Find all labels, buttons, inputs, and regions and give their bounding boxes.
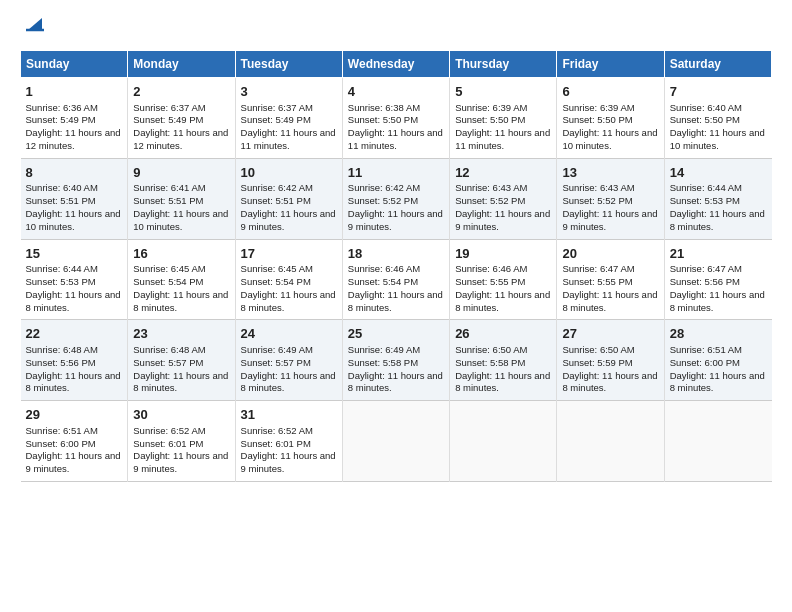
calendar-header-cell: Tuesday <box>235 51 342 78</box>
calendar-cell: 26Sunrise: 6:50 AMSunset: 5:58 PMDayligh… <box>450 320 557 401</box>
sunrise-text: Sunrise: 6:42 AM <box>241 182 337 195</box>
sunset-text: Sunset: 5:54 PM <box>241 276 337 289</box>
sunset-text: Sunset: 5:51 PM <box>133 195 229 208</box>
calendar-header-cell: Monday <box>128 51 235 78</box>
daylight-text: Daylight: 11 hours and 11 minutes. <box>348 127 444 153</box>
day-number: 13 <box>562 164 658 182</box>
calendar-cell: 24Sunrise: 6:49 AMSunset: 5:57 PMDayligh… <box>235 320 342 401</box>
sunset-text: Sunset: 5:53 PM <box>26 276 123 289</box>
day-number: 3 <box>241 83 337 101</box>
sunset-text: Sunset: 5:51 PM <box>26 195 123 208</box>
sunset-text: Sunset: 5:49 PM <box>26 114 123 127</box>
sunset-text: Sunset: 5:54 PM <box>133 276 229 289</box>
daylight-text: Daylight: 11 hours and 8 minutes. <box>26 289 123 315</box>
calendar-cell: 15Sunrise: 6:44 AMSunset: 5:53 PMDayligh… <box>21 239 128 320</box>
sunrise-text: Sunrise: 6:44 AM <box>670 182 767 195</box>
calendar-header-cell: Thursday <box>450 51 557 78</box>
sunset-text: Sunset: 5:55 PM <box>562 276 658 289</box>
sunset-text: Sunset: 5:52 PM <box>562 195 658 208</box>
sunset-text: Sunset: 6:00 PM <box>670 357 767 370</box>
day-number: 1 <box>26 83 123 101</box>
calendar-week-row: 8Sunrise: 6:40 AMSunset: 5:51 PMDaylight… <box>21 158 772 239</box>
calendar-cell: 6Sunrise: 6:39 AMSunset: 5:50 PMDaylight… <box>557 78 664 159</box>
calendar-cell <box>557 401 664 482</box>
logo-icon <box>24 12 46 34</box>
calendar-cell: 9Sunrise: 6:41 AMSunset: 5:51 PMDaylight… <box>128 158 235 239</box>
daylight-text: Daylight: 11 hours and 8 minutes. <box>670 208 767 234</box>
sunrise-text: Sunrise: 6:46 AM <box>455 263 551 276</box>
sunset-text: Sunset: 6:01 PM <box>241 438 337 451</box>
calendar-cell: 23Sunrise: 6:48 AMSunset: 5:57 PMDayligh… <box>128 320 235 401</box>
daylight-text: Daylight: 11 hours and 9 minutes. <box>562 208 658 234</box>
daylight-text: Daylight: 11 hours and 8 minutes. <box>562 370 658 396</box>
calendar-cell: 5Sunrise: 6:39 AMSunset: 5:50 PMDaylight… <box>450 78 557 159</box>
sunrise-text: Sunrise: 6:36 AM <box>26 102 123 115</box>
sunrise-text: Sunrise: 6:40 AM <box>670 102 767 115</box>
day-number: 4 <box>348 83 444 101</box>
daylight-text: Daylight: 11 hours and 8 minutes. <box>133 370 229 396</box>
daylight-text: Daylight: 11 hours and 8 minutes. <box>348 289 444 315</box>
calendar-cell <box>342 401 449 482</box>
calendar-cell: 8Sunrise: 6:40 AMSunset: 5:51 PMDaylight… <box>21 158 128 239</box>
calendar-cell: 29Sunrise: 6:51 AMSunset: 6:00 PMDayligh… <box>21 401 128 482</box>
sunrise-text: Sunrise: 6:42 AM <box>348 182 444 195</box>
calendar-cell <box>450 401 557 482</box>
day-number: 2 <box>133 83 229 101</box>
calendar-cell: 30Sunrise: 6:52 AMSunset: 6:01 PMDayligh… <box>128 401 235 482</box>
calendar-cell: 20Sunrise: 6:47 AMSunset: 5:55 PMDayligh… <box>557 239 664 320</box>
sunset-text: Sunset: 5:49 PM <box>241 114 337 127</box>
day-number: 18 <box>348 245 444 263</box>
calendar-cell: 4Sunrise: 6:38 AMSunset: 5:50 PMDaylight… <box>342 78 449 159</box>
day-number: 26 <box>455 325 551 343</box>
calendar-cell: 1Sunrise: 6:36 AMSunset: 5:49 PMDaylight… <box>21 78 128 159</box>
sunset-text: Sunset: 5:52 PM <box>348 195 444 208</box>
daylight-text: Daylight: 11 hours and 8 minutes. <box>562 289 658 315</box>
calendar-header-cell: Saturday <box>664 51 771 78</box>
day-number: 24 <box>241 325 337 343</box>
daylight-text: Daylight: 11 hours and 9 minutes. <box>133 450 229 476</box>
sunrise-text: Sunrise: 6:49 AM <box>348 344 444 357</box>
sunset-text: Sunset: 5:56 PM <box>26 357 123 370</box>
sunset-text: Sunset: 5:50 PM <box>348 114 444 127</box>
daylight-text: Daylight: 11 hours and 10 minutes. <box>562 127 658 153</box>
calendar-cell: 27Sunrise: 6:50 AMSunset: 5:59 PMDayligh… <box>557 320 664 401</box>
sunrise-text: Sunrise: 6:51 AM <box>26 425 123 438</box>
sunset-text: Sunset: 5:53 PM <box>670 195 767 208</box>
sunrise-text: Sunrise: 6:38 AM <box>348 102 444 115</box>
calendar-cell: 22Sunrise: 6:48 AMSunset: 5:56 PMDayligh… <box>21 320 128 401</box>
calendar-cell: 18Sunrise: 6:46 AMSunset: 5:54 PMDayligh… <box>342 239 449 320</box>
calendar-cell: 28Sunrise: 6:51 AMSunset: 6:00 PMDayligh… <box>664 320 771 401</box>
calendar-header-cell: Friday <box>557 51 664 78</box>
sunrise-text: Sunrise: 6:47 AM <box>562 263 658 276</box>
calendar-cell: 16Sunrise: 6:45 AMSunset: 5:54 PMDayligh… <box>128 239 235 320</box>
daylight-text: Daylight: 11 hours and 11 minutes. <box>241 127 337 153</box>
daylight-text: Daylight: 11 hours and 8 minutes. <box>241 370 337 396</box>
day-number: 7 <box>670 83 767 101</box>
sunrise-text: Sunrise: 6:40 AM <box>26 182 123 195</box>
daylight-text: Daylight: 11 hours and 9 minutes. <box>241 450 337 476</box>
sunrise-text: Sunrise: 6:48 AM <box>26 344 123 357</box>
daylight-text: Daylight: 11 hours and 8 minutes. <box>133 289 229 315</box>
sunrise-text: Sunrise: 6:50 AM <box>562 344 658 357</box>
sunrise-text: Sunrise: 6:41 AM <box>133 182 229 195</box>
sunset-text: Sunset: 6:00 PM <box>26 438 123 451</box>
sunrise-text: Sunrise: 6:45 AM <box>241 263 337 276</box>
day-number: 9 <box>133 164 229 182</box>
sunset-text: Sunset: 5:50 PM <box>670 114 767 127</box>
header <box>20 16 772 38</box>
daylight-text: Daylight: 11 hours and 10 minutes. <box>133 208 229 234</box>
sunset-text: Sunset: 6:01 PM <box>133 438 229 451</box>
sunset-text: Sunset: 5:50 PM <box>455 114 551 127</box>
sunset-text: Sunset: 5:49 PM <box>133 114 229 127</box>
daylight-text: Daylight: 11 hours and 8 minutes. <box>455 289 551 315</box>
day-number: 17 <box>241 245 337 263</box>
daylight-text: Daylight: 11 hours and 11 minutes. <box>455 127 551 153</box>
day-number: 8 <box>26 164 123 182</box>
daylight-text: Daylight: 11 hours and 8 minutes. <box>348 370 444 396</box>
daylight-text: Daylight: 11 hours and 9 minutes. <box>241 208 337 234</box>
daylight-text: Daylight: 11 hours and 8 minutes. <box>241 289 337 315</box>
calendar-cell: 31Sunrise: 6:52 AMSunset: 6:01 PMDayligh… <box>235 401 342 482</box>
sunrise-text: Sunrise: 6:43 AM <box>455 182 551 195</box>
daylight-text: Daylight: 11 hours and 12 minutes. <box>133 127 229 153</box>
day-number: 15 <box>26 245 123 263</box>
